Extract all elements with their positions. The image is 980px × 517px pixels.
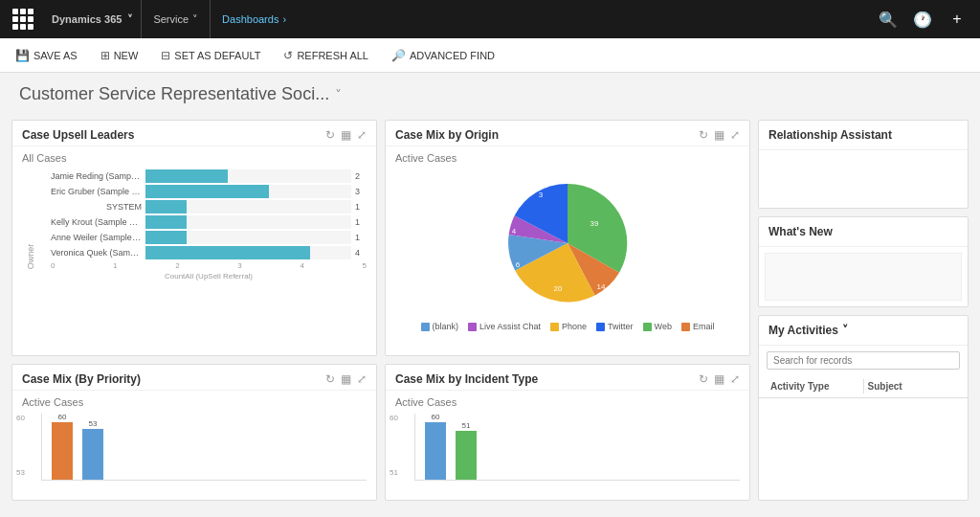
case-mix-incident-header: Case Mix by Incident Type ↻ ▦ ⤢ (386, 365, 749, 391)
refresh-label: REFRESH ALL (297, 50, 368, 61)
app-grid-icon[interactable] (8, 4, 38, 34)
breadcrumb-arrow-icon: › (282, 13, 286, 25)
app-name-label: Dynamics 365 (52, 13, 122, 25)
save-as-label: SAVE AS (33, 50, 78, 61)
svg-text:6: 6 (516, 260, 521, 269)
my-activities-header: My Activities ˅ (759, 316, 968, 346)
page-title-chevron-icon[interactable]: ˅ (335, 87, 342, 102)
case-mix-origin-card: Case Mix by Origin ↻ ▦ ⤢ Active Cases (385, 120, 750, 356)
case-mix-origin-controls: ↻ ▦ ⤢ (699, 128, 740, 142)
legend-twitter: Twitter (596, 322, 634, 331)
save-as-button[interactable]: 💾 SAVE AS (11, 47, 81, 64)
case-mix-origin-expand-icon[interactable]: ⤢ (730, 128, 740, 142)
my-activities-card: My Activities ˅ Activity Type Subject (758, 315, 969, 501)
svg-text:3: 3 (539, 191, 544, 199)
my-activities-title: My Activities ˅ (768, 324, 848, 337)
case-mix-incident-title: Case Mix by Incident Type (395, 372, 538, 386)
bar-rows: Jamie Reding (Sample D...2Eric Gruber (S… (51, 169, 367, 259)
app-chevron-icon: ˅ (127, 13, 133, 26)
case-upsell-refresh-icon[interactable]: ↻ (325, 128, 335, 142)
history-nav-button[interactable]: 🕐 (907, 4, 938, 34)
page-title: Customer Service Representative Soci... (19, 84, 329, 104)
case-mix-incident-controls: ↻ ▦ ⤢ (699, 372, 740, 386)
case-mix-priority-controls: ↻ ▦ ⤢ (325, 372, 367, 386)
case-mix-priority-title: Case Mix (By Priority) (22, 372, 141, 386)
page-header: Customer Service Representative Soci... … (0, 73, 980, 112)
priority-y-ticks: 60 53 (16, 414, 25, 478)
find-icon: 🔎 (391, 49, 406, 62)
whats-new-body (765, 253, 962, 301)
legend-live-assist: Live Assist Chat (468, 322, 541, 331)
breadcrumb-label: Dashboards (222, 13, 278, 25)
module-chevron-icon: ˅ (192, 13, 198, 26)
case-upsell-expand-icon[interactable]: ⤢ (357, 128, 367, 142)
case-upsell-card: Case Upsell Leaders ↻ ▦ ⤢ All Cases Owne… (11, 120, 377, 356)
bar-row: Anne Weiler (Sample Da...1 (51, 231, 367, 244)
bar-row: Kelly Krout (Sample Da...1 (51, 215, 367, 229)
module-nav[interactable]: Service ˅ (142, 0, 211, 38)
dashboard: Case Upsell Leaders ↻ ▦ ⤢ All Cases Owne… (0, 112, 980, 508)
relationship-assistant-title: Relationship Assistant (759, 121, 968, 150)
case-mix-origin-header: Case Mix by Origin ↻ ▦ ⤢ (386, 121, 749, 146)
bar-row: Eric Gruber (Sample Da...3 (51, 185, 367, 198)
bar-row: SYSTEM1 (51, 200, 367, 214)
case-mix-incident-chart: 60 51 60 51 (386, 410, 749, 493)
case-mix-incident-refresh-icon[interactable]: ↻ (699, 372, 708, 386)
my-activities-chevron-icon[interactable]: ˅ (842, 324, 848, 337)
svg-text:14: 14 (597, 282, 606, 291)
activity-type-column-header: Activity Type (767, 379, 864, 393)
case-mix-priority-header: Case Mix (By Priority) ↻ ▦ ⤢ (12, 365, 376, 391)
relationship-assistant-body (759, 150, 968, 208)
x-axis: 0 1 2 3 4 5 (51, 261, 367, 270)
bar-row: Veronica Quek (Sample ...4 (51, 246, 367, 259)
case-upsell-x-label: CountAll (UpSell Referral) (51, 272, 367, 281)
legend-phone: Phone (550, 322, 587, 331)
right-panel: Relationship Assistant What's New My Act… (758, 120, 969, 501)
case-mix-priority-expand-icon[interactable]: ⤢ (357, 372, 367, 386)
case-mix-priority-chart-icon[interactable]: ▦ (341, 372, 351, 386)
case-mix-priority-refresh-icon[interactable]: ↻ (325, 372, 335, 386)
case-upsell-chart-icon[interactable]: ▦ (341, 128, 351, 142)
my-activities-label: My Activities (768, 324, 838, 337)
legend-email: Email (681, 322, 715, 331)
breadcrumb-nav[interactable]: Dashboards › (211, 0, 298, 38)
case-mix-priority-card: Case Mix (By Priority) ↻ ▦ ⤢ Active Case… (11, 364, 377, 502)
incident-y-ticks: 60 51 (390, 414, 398, 478)
module-label: Service (153, 13, 189, 25)
search-nav-button[interactable]: 🔍 (873, 4, 903, 34)
new-nav-button[interactable]: + (942, 4, 972, 34)
toolbar: 💾 SAVE AS ⊞ NEW ⊟ SET AS DEFAULT ↺ REFRE… (0, 38, 980, 73)
case-mix-origin-chart-icon[interactable]: ▦ (714, 128, 724, 142)
case-mix-incident-chart-icon[interactable]: ▦ (714, 372, 724, 386)
set-default-label: SET AS DEFAULT (174, 50, 260, 61)
case-upsell-header: Case Upsell Leaders ↻ ▦ ⤢ (12, 121, 376, 146)
case-mix-incident-subtitle: Active Cases (386, 391, 749, 410)
refresh-button[interactable]: ↺ REFRESH ALL (279, 47, 372, 64)
case-mix-priority-chart: 60 53 60 53 (12, 410, 376, 493)
activities-table-header: Activity Type Subject (759, 375, 968, 398)
case-upsell-chart: Owner Jamie Reding (Sample D...2Eric Gru… (12, 166, 376, 348)
set-default-button[interactable]: ⊟ SET AS DEFAULT (157, 47, 264, 64)
app-name[interactable]: Dynamics 365 ˅ (42, 0, 142, 38)
my-activities-search[interactable] (767, 351, 960, 370)
case-mix-origin-refresh-icon[interactable]: ↻ (699, 128, 708, 142)
case-upsell-subtitle: All Cases (12, 146, 376, 166)
case-upsell-y-label: Owner (26, 243, 35, 269)
subject-column-header: Subject (864, 379, 961, 393)
new-label: NEW (114, 50, 139, 61)
new-icon: ⊞ (100, 49, 110, 62)
new-button[interactable]: ⊞ NEW (97, 47, 143, 64)
svg-text:20: 20 (554, 284, 563, 293)
pie-chart-svg: 39 14 20 6 4 3 (481, 169, 654, 318)
case-mix-incident-expand-icon[interactable]: ⤢ (730, 372, 740, 386)
legend-web: Web (643, 322, 672, 331)
svg-text:39: 39 (590, 219, 599, 228)
advanced-find-button[interactable]: 🔎 ADVANCED FIND (388, 47, 499, 64)
case-mix-origin-title: Case Mix by Origin (395, 128, 499, 142)
top-nav: Dynamics 365 ˅ Service ˅ Dashboards › 🔍 … (0, 0, 980, 38)
bar-row: Jamie Reding (Sample D...2 (51, 169, 367, 183)
pie-legend: (blank) Live Assist Chat Phone Twitter W… (412, 318, 724, 335)
whats-new-title: What's New (759, 217, 968, 247)
case-mix-origin-chart: 39 14 20 6 4 3 (blank) Live Assist Chat (386, 166, 749, 339)
refresh-icon: ↺ (283, 49, 293, 62)
